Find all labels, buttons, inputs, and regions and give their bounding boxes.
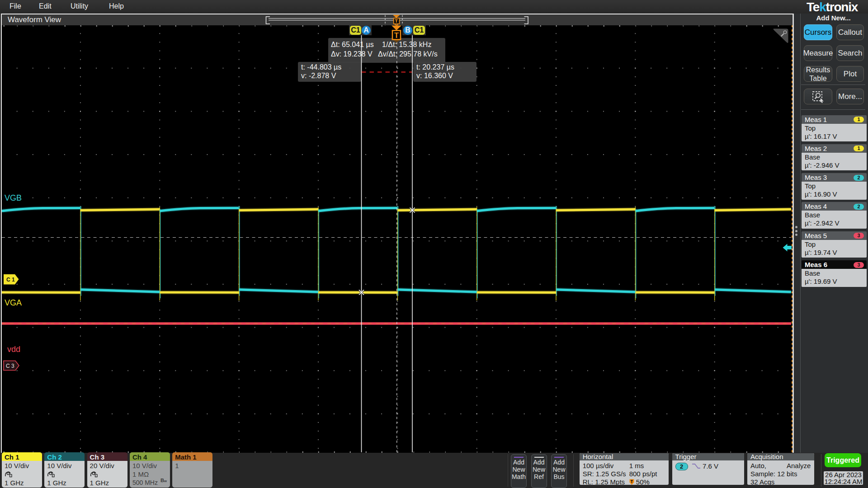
svg-text:T: T [394,31,399,40]
svg-text:C 1: C 1 [6,277,15,283]
svg-text:C 3: C 3 [6,363,14,369]
